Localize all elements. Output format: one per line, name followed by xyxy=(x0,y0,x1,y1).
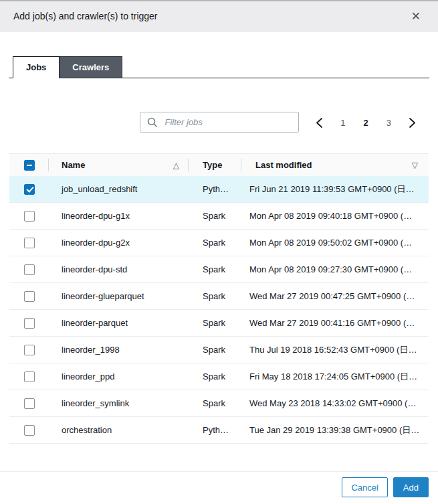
job-type: Spark xyxy=(188,318,241,328)
job-last-modified: Wed Mar 27 2019 00:47:25 GMT+0900 (… xyxy=(241,291,429,301)
row-checkbox-cell xyxy=(9,371,48,382)
job-name: orchestration xyxy=(48,425,188,435)
job-name: lineorder_1998 xyxy=(48,345,188,355)
row-checkbox-cell xyxy=(9,184,48,195)
tab-jobs[interactable]: Jobs xyxy=(13,56,60,78)
row-checkbox-cell xyxy=(9,398,48,409)
row-checkbox[interactable] xyxy=(24,238,35,248)
job-name: job_unload_redshift xyxy=(48,184,188,194)
pagination: 1 2 3 xyxy=(314,112,417,133)
dialog-footer: Cancel Add xyxy=(0,471,438,497)
filter-jobs-box[interactable] xyxy=(140,112,299,133)
row-checkbox-cell xyxy=(9,345,48,355)
job-type: Pyth… xyxy=(188,425,241,435)
job-last-modified: Mon Apr 08 2019 09:27:30 GMT+0900 (… xyxy=(241,264,429,274)
job-last-modified: Fri Jun 21 2019 11:39:53 GMT+0900 (日… xyxy=(241,183,429,195)
row-checkbox-cell xyxy=(9,318,48,329)
job-name: lineorder-glueparquet xyxy=(48,291,188,301)
job-name: lineorder_symlink xyxy=(48,398,188,408)
dialog-title: Add job(s) and crawler(s) to trigger xyxy=(13,11,158,21)
chevron-right-icon[interactable] xyxy=(407,116,417,130)
column-header-name[interactable]: Name △ xyxy=(48,154,188,176)
job-type: Spark xyxy=(188,264,241,274)
add-button[interactable]: Add xyxy=(393,477,429,497)
row-checkbox[interactable] xyxy=(24,184,35,195)
row-checkbox-cell xyxy=(9,425,48,436)
row-checkbox[interactable] xyxy=(24,371,35,382)
job-last-modified: Thu Jul 19 2018 16:52:43 GMT+0900 (日… xyxy=(241,344,429,356)
job-type: Spark xyxy=(188,398,241,408)
row-checkbox[interactable] xyxy=(24,264,35,275)
close-icon[interactable]: ✕ xyxy=(407,8,425,25)
table-row[interactable]: lineorder-dpu-g2x Spark Mon Apr 08 2019 … xyxy=(9,230,429,256)
row-checkbox-cell xyxy=(9,291,48,302)
row-checkbox[interactable] xyxy=(24,211,35,222)
job-last-modified: Mon Apr 08 2019 09:50:02 GMT+0900 (… xyxy=(241,238,429,248)
table-body: job_unload_redshift Pyth… Fri Jun 21 201… xyxy=(9,176,429,444)
row-checkbox-cell xyxy=(9,238,48,248)
column-label-name: Name xyxy=(62,160,85,170)
table-row[interactable]: lineorder-dpu-std Spark Mon Apr 08 2019 … xyxy=(9,256,429,283)
table-row[interactable]: lineorder-parquet Spark Wed Mar 27 2019 … xyxy=(9,310,429,337)
job-type: Spark xyxy=(188,211,241,221)
search-icon xyxy=(147,117,158,128)
table-row[interactable]: lineorder-glueparquet Spark Wed Mar 27 2… xyxy=(9,283,429,310)
job-type: Spark xyxy=(188,371,241,382)
add-jobs-crawlers-dialog: Add job(s) and crawler(s) to trigger ✕ J… xyxy=(0,0,438,497)
job-name: lineorder-parquet xyxy=(48,318,188,328)
page-1-button[interactable]: 1 xyxy=(338,116,347,129)
tab-bar: Jobs Crawlers xyxy=(9,56,429,78)
table-row[interactable]: job_unload_redshift Pyth… Fri Jun 21 201… xyxy=(9,176,429,203)
column-header-type[interactable]: Type xyxy=(188,154,241,176)
job-name: lineorder-dpu-g2x xyxy=(48,238,188,248)
column-label-type: Type xyxy=(203,160,222,170)
job-name: lineorder-dpu-g1x xyxy=(48,211,188,221)
table-row[interactable]: orchestration Pyth… Tue Jan 29 2019 13:3… xyxy=(9,417,429,444)
cancel-button[interactable]: Cancel xyxy=(342,477,387,497)
row-checkbox[interactable] xyxy=(24,425,35,436)
row-checkbox[interactable] xyxy=(24,318,35,329)
job-type: Spark xyxy=(188,345,241,355)
row-checkbox[interactable] xyxy=(24,345,35,355)
row-checkbox-cell xyxy=(9,264,48,275)
page-3-button[interactable]: 3 xyxy=(385,116,393,129)
job-last-modified: Wed Mar 27 2019 00:41:16 GMT+0900 (… xyxy=(241,318,429,328)
row-checkbox-cell xyxy=(9,211,48,222)
table-toolbar: 1 2 3 xyxy=(0,112,438,133)
job-last-modified: Fri May 18 2018 17:24:05 GMT+0900 (日… xyxy=(241,371,429,383)
job-last-modified: Wed May 23 2018 14:33:02 GMT+0900 (… xyxy=(241,398,429,408)
table-row[interactable]: lineorder-dpu-g1x Spark Mon Apr 08 2019 … xyxy=(9,203,429,230)
table-row[interactable]: lineorder_ppd Spark Fri May 18 2018 17:2… xyxy=(9,363,429,390)
column-filter-icon[interactable]: ▽ xyxy=(412,161,418,170)
column-label-last-modified: Last modified xyxy=(255,160,312,170)
tab-crawlers[interactable]: Crawlers xyxy=(60,56,122,78)
select-all-checkbox[interactable] xyxy=(24,160,35,171)
row-checkbox[interactable] xyxy=(24,398,35,409)
chevron-left-icon[interactable] xyxy=(314,116,324,130)
jobs-table: Name △ Type Last modified ▽ job_unload_r… xyxy=(9,153,429,444)
table-row[interactable]: lineorder_1998 Spark Thu Jul 19 2018 16:… xyxy=(9,337,429,363)
job-last-modified: Mon Apr 08 2019 09:40:18 GMT+0900 (… xyxy=(241,211,429,221)
job-type: Pyth… xyxy=(188,184,241,194)
job-type: Spark xyxy=(188,291,241,301)
job-last-modified: Tue Jan 29 2019 13:39:38 GMT+0900 (日… xyxy=(241,424,429,436)
filter-jobs-input[interactable] xyxy=(164,116,292,128)
table-row[interactable]: lineorder_symlink Spark Wed May 23 2018 … xyxy=(9,390,429,417)
job-type: Spark xyxy=(188,238,241,248)
table-header-row: Name △ Type Last modified ▽ xyxy=(9,153,429,176)
sort-ascending-icon[interactable]: △ xyxy=(173,161,179,170)
job-name: lineorder_ppd xyxy=(48,371,188,382)
job-name: lineorder-dpu-std xyxy=(48,264,188,274)
row-checkbox[interactable] xyxy=(24,291,35,302)
page-2-button-current[interactable]: 2 xyxy=(362,116,370,129)
dialog-header: Add job(s) and crawler(s) to trigger ✕ xyxy=(0,0,438,31)
column-header-last-modified[interactable]: Last modified ▽ xyxy=(241,154,429,176)
header-checkbox-cell xyxy=(9,160,48,171)
